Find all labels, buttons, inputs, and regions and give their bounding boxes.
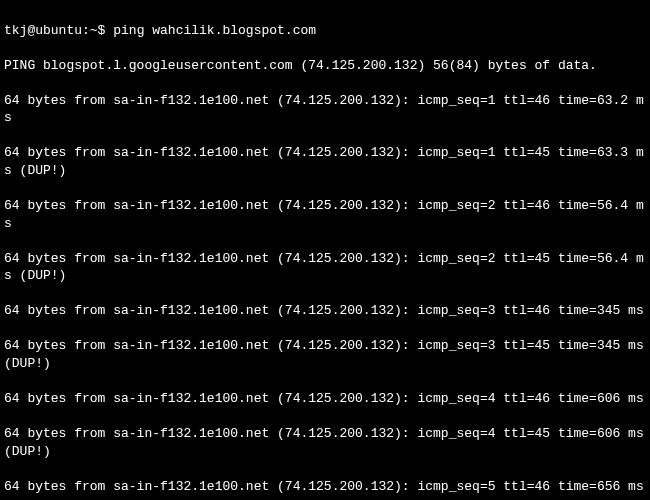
- ping-response: 64 bytes from sa-in-f132.1e100.net (74.1…: [4, 478, 646, 496]
- command-text: ping wahcilik.blogspot.com: [113, 23, 316, 38]
- ping-response: 64 bytes from sa-in-f132.1e100.net (74.1…: [4, 302, 646, 320]
- ping-response: 64 bytes from sa-in-f132.1e100.net (74.1…: [4, 390, 646, 408]
- ping-response: 64 bytes from sa-in-f132.1e100.net (74.1…: [4, 250, 646, 285]
- ping-response: 64 bytes from sa-in-f132.1e100.net (74.1…: [4, 197, 646, 232]
- ping-response: 64 bytes from sa-in-f132.1e100.net (74.1…: [4, 144, 646, 179]
- ping-response: 64 bytes from sa-in-f132.1e100.net (74.1…: [4, 92, 646, 127]
- ping-response: 64 bytes from sa-in-f132.1e100.net (74.1…: [4, 337, 646, 372]
- ping-header: PING blogspot.l.googleusercontent.com (7…: [4, 57, 646, 75]
- ping-response: 64 bytes from sa-in-f132.1e100.net (74.1…: [4, 425, 646, 460]
- shell-prompt: tkj@ubuntu:~$: [4, 23, 105, 38]
- terminal-window[interactable]: tkj@ubuntu:~$ ping wahcilik.blogspot.com…: [4, 4, 646, 500]
